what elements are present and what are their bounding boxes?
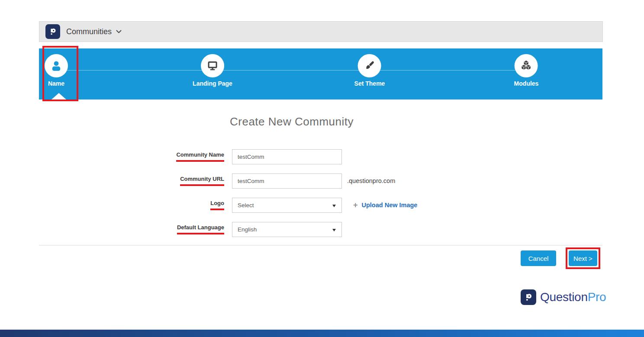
plus-icon: + [353,201,358,209]
person-icon [49,59,63,73]
questionpro-logo-icon[interactable] [45,24,60,39]
step-modules-circle [515,54,538,77]
questionpro-footer-logo: QuestionPro [521,289,606,305]
step-name-circle [45,54,68,77]
logo-select[interactable]: Select [232,198,342,213]
dropdown-caret-icon [332,229,336,231]
step-modules-label: Modules [514,80,539,87]
default-language-select[interactable]: English [232,222,342,237]
community-url-input[interactable] [232,173,342,189]
questionpro-p-glyph [48,27,58,36]
questionpro-logo-icon [521,289,536,305]
communities-menu[interactable]: Communities [66,27,122,36]
stepper-connector-line [56,70,526,71]
step-landing-page-circle [201,54,224,77]
wizard-stepper: Name Landing Page Set [39,48,602,99]
page-title: Create New Community [0,115,583,128]
upload-new-image-label: Upload New Image [362,202,418,209]
community-url-label: Community URL [39,176,224,186]
top-navbar: Communities [39,21,603,42]
step-name-label: Name [48,80,64,87]
footer-gradient-bar [0,330,644,337]
default-language-label: Default Language [39,224,224,234]
url-domain-suffix: .questionpro.com [347,177,395,184]
step-landing-page[interactable]: Landing Page [193,54,232,87]
questionpro-p-glyph [523,292,534,302]
wordmark-pro: Pro [588,290,606,304]
communities-menu-label: Communities [66,27,112,36]
dropdown-caret-icon [332,205,336,207]
logo-label: Logo [39,200,224,210]
cubes-icon [519,59,533,73]
community-name-input[interactable] [232,149,342,164]
step-set-theme-label: Set Theme [354,80,385,87]
step-name[interactable]: Name [45,54,68,87]
step-modules[interactable]: Modules [514,54,539,87]
community-name-label: Community Name [39,151,224,162]
logo-select-value: Select [238,202,254,209]
monitor-icon [206,59,219,73]
next-button[interactable]: Next > [569,250,597,266]
actions-divider [39,245,602,246]
form-row-default-language: Default Language English [39,221,515,237]
default-language-select-value: English [238,226,257,233]
form-row-community-url: Community URL .questionpro.com [39,173,515,189]
cancel-button[interactable]: Cancel [521,250,556,266]
step-set-theme[interactable]: Set Theme [354,54,385,87]
form-row-logo: Logo Select + Upload New Image [39,197,515,213]
chevron-down-icon [116,30,122,34]
create-community-page: Communities Name [0,0,644,337]
upload-new-image-link[interactable]: + Upload New Image [353,201,417,209]
questionpro-wordmark: QuestionPro [540,290,606,304]
wordmark-question: Question [540,290,588,304]
paintbrush-icon [363,59,377,73]
step-landing-page-label: Landing Page [193,80,232,87]
active-step-pointer [52,93,66,99]
step-set-theme-circle [358,54,381,77]
form-row-community-name: Community Name [39,149,515,164]
